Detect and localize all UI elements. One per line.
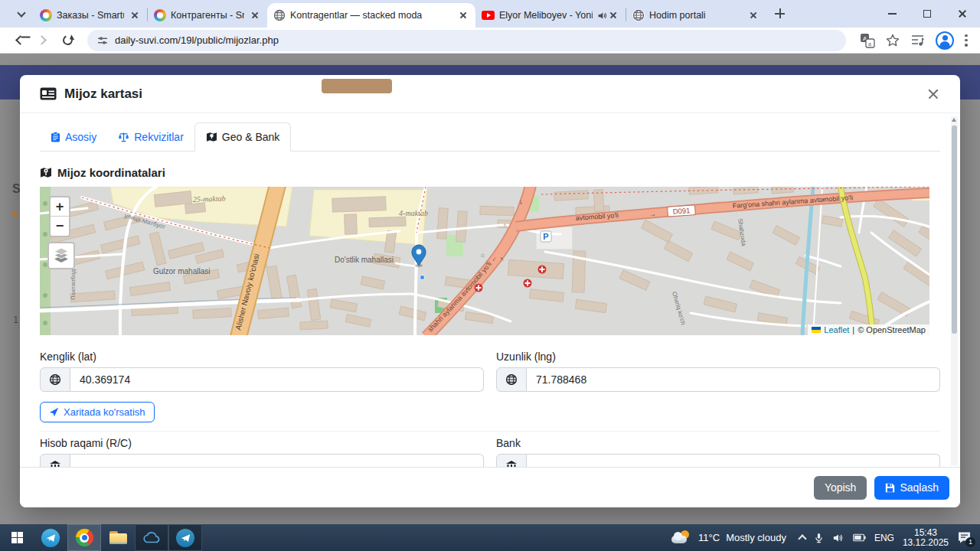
tab-title: Kontragentlar — stacked moda xyxy=(290,10,452,21)
window-minimize-button[interactable] xyxy=(874,0,910,28)
tab-close-icon[interactable] xyxy=(607,9,619,21)
map-icon xyxy=(206,132,217,142)
browser-tab-zakazy[interactable]: Заказы - Smartup xyxy=(34,3,147,28)
browser-tab-hodim[interactable]: Hodim portali xyxy=(626,3,766,28)
chevron-down-icon xyxy=(17,8,25,17)
tab-close-icon[interactable] xyxy=(747,9,760,21)
tab-title: Hodim portali xyxy=(649,10,743,21)
zoom-in-button[interactable]: + xyxy=(51,197,69,217)
tab-search-button[interactable] xyxy=(11,3,32,24)
browser-tab-youtube[interactable]: Elyor Meliboyev - Yonimda xyxy=(475,3,626,28)
map-label-school25: 25-maktab xyxy=(193,194,226,204)
telegram-icon xyxy=(41,529,60,547)
browser-tab-kontragenty[interactable]: Контрагенты - Smartup xyxy=(148,3,267,28)
weather-temp: 11°C xyxy=(698,532,720,543)
section-title: Mijoz koordinatalari xyxy=(57,166,165,179)
selected-point xyxy=(420,276,424,279)
lat-input[interactable] xyxy=(70,367,484,392)
modal-close-icon[interactable] xyxy=(926,87,940,101)
new-tab-button[interactable] xyxy=(770,4,790,24)
url-text: daily-suvi.com/19l/public/mijozlar.php xyxy=(115,34,279,46)
globe-favicon xyxy=(273,9,286,21)
account-input-group xyxy=(40,454,484,467)
lng-input-group xyxy=(496,367,940,392)
map-marker-pin[interactable] xyxy=(412,245,426,267)
scroll-up-arrow[interactable] xyxy=(952,118,956,122)
start-button[interactable] xyxy=(0,524,34,551)
lng-input[interactable] xyxy=(527,367,940,392)
account-input[interactable] xyxy=(70,454,484,467)
tab-geo-bank[interactable]: Geo & Bank xyxy=(194,122,292,152)
close-modal-button[interactable]: Yopish xyxy=(814,476,867,500)
browser-tabstrip: Заказы - Smartup Контрагенты - Smartup K… xyxy=(0,0,980,28)
taskbar-telegram-2[interactable] xyxy=(168,524,202,551)
notification-badge: 1 xyxy=(965,537,975,547)
taskbar-explorer[interactable] xyxy=(101,524,135,551)
background-text-fragment: 1 xyxy=(13,314,18,325)
scrollbar-thumb[interactable] xyxy=(952,126,957,334)
tab-label: Rekvizitlar xyxy=(134,131,184,143)
reload-button[interactable] xyxy=(57,31,77,51)
bookmark-star-icon[interactable] xyxy=(886,34,900,47)
taskbar-clock[interactable]: 15:43 13.12.2025 xyxy=(903,528,949,548)
notifications-button[interactable]: 1 xyxy=(957,531,972,545)
scales-icon xyxy=(118,132,129,142)
modal-body: Asosiy Rekvizitlar Geo & Bank Mijoz koor… xyxy=(20,113,960,467)
chrome-icon xyxy=(76,529,93,546)
tab-close-icon[interactable] xyxy=(129,9,141,21)
forward-button[interactable] xyxy=(33,31,53,51)
screen: Заказы - Smartup Контрагенты - Smartup K… xyxy=(0,0,980,551)
translate-icon[interactable]: Aa xyxy=(860,33,875,48)
show-on-map-button[interactable]: Xaritada ko'rsatish xyxy=(40,402,155,422)
browser-menu-icon[interactable] xyxy=(965,34,968,47)
media-controls-icon[interactable] xyxy=(910,33,925,47)
weather-icon xyxy=(671,530,692,546)
zoom-out-button[interactable]: − xyxy=(51,217,69,236)
map[interactable]: 25-maktab 4-maktab Gulzor mahallasi Do's… xyxy=(40,187,929,335)
map-label-gulzor: Gulzor mahallasi xyxy=(153,267,210,276)
taskbar-chrome[interactable] xyxy=(67,524,101,551)
profile-avatar[interactable] xyxy=(936,31,954,50)
tray-expand-icon[interactable] xyxy=(798,534,806,543)
osm-link[interactable]: © OpenStreetMap xyxy=(858,325,926,334)
bank-label: Bank xyxy=(496,437,940,450)
save-button[interactable]: Saqlash xyxy=(874,476,949,500)
tab-title: Заказы - Smartup xyxy=(57,10,124,21)
taskbar-telegram[interactable] xyxy=(34,524,67,551)
tab-asosiy[interactable]: Asosiy xyxy=(40,122,107,152)
map-road-ref-badge: D091 xyxy=(668,205,696,217)
back-button[interactable] xyxy=(8,31,28,51)
site-info-icon[interactable] xyxy=(96,34,109,47)
browser-tab-active-kontragentlar[interactable]: Kontragentlar — stacked moda xyxy=(267,3,475,28)
language-indicator[interactable]: ENG xyxy=(874,533,894,543)
map-tiles: 25-maktab 4-maktab Gulzor mahallasi Do's… xyxy=(40,187,929,335)
bank-icon xyxy=(40,454,70,467)
map-label-dostlik: Do'stlik mahallasi xyxy=(335,256,394,264)
close-icon xyxy=(957,8,968,19)
taskbar-cloud-app[interactable] xyxy=(135,524,168,551)
map-layers-button[interactable] xyxy=(47,242,75,269)
tab-close-icon[interactable] xyxy=(249,9,261,21)
volume-icon[interactable] xyxy=(832,533,844,543)
map-pin-icon xyxy=(40,167,52,178)
modal-scrollbar[interactable] xyxy=(951,116,958,465)
layers-icon xyxy=(52,247,70,264)
microphone-icon[interactable] xyxy=(814,532,824,544)
tab-rekvizitlar[interactable]: Rekvizitlar xyxy=(107,122,194,152)
tab-close-icon[interactable] xyxy=(457,9,469,21)
modal-header: Mijoz kartasi xyxy=(20,75,960,113)
window-maximize-button[interactable] xyxy=(910,0,945,28)
clock-time: 15:43 xyxy=(903,528,949,538)
section-title-row: Mijoz koordinatalari xyxy=(40,166,940,179)
bank-input[interactable] xyxy=(527,454,940,467)
modal-tabs: Asosiy Rekvizitlar Geo & Bank xyxy=(40,122,940,152)
cloud-icon xyxy=(143,532,160,543)
mijoz-kartasi-modal: Mijoz kartasi Asosiy Rekvizitlar Geo xyxy=(20,75,960,507)
svg-text:⌂: ⌂ xyxy=(481,252,485,259)
address-bar[interactable]: daily-suvi.com/19l/public/mijozlar.php xyxy=(87,30,846,51)
leaflet-link[interactable]: Leaflet xyxy=(824,325,849,334)
battery-icon[interactable] xyxy=(853,533,866,543)
window-close-button[interactable] xyxy=(945,0,980,28)
taskbar-weather[interactable]: 11°C Mostly cloudy xyxy=(667,530,791,546)
tab-audio-icon[interactable] xyxy=(597,11,607,21)
